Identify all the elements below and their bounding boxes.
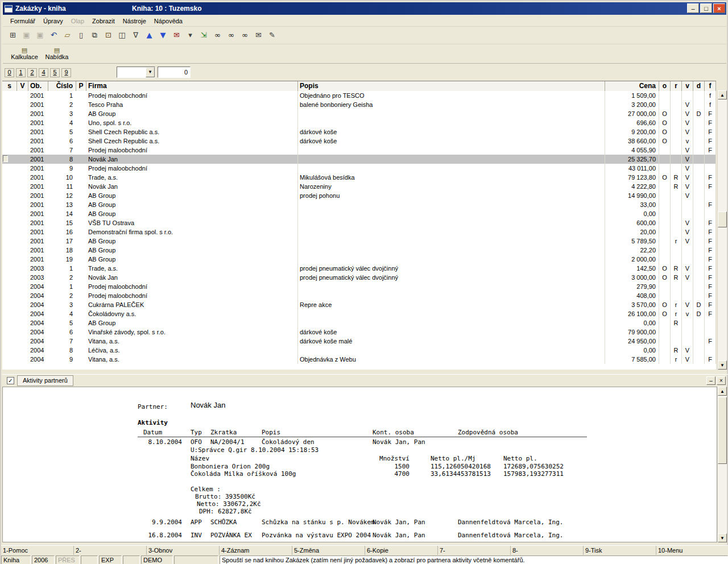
nabidka-button[interactable]: ▤ Nabídka [42,45,72,63]
table-row[interactable]: 2001 16 Demonstrační firma spol. s r.o. … [2,227,716,237]
table-row[interactable]: 2001 1 Prodej maloobchodní Objednáno pro… [2,91,716,100]
table-row[interactable]: 2004 7 Vitana, a.s. dárkové koše malé 24… [2,337,716,346]
import-icon[interactable]: ⇲ [197,29,210,42]
new-message-icon[interactable]: ✉ [170,29,183,42]
column-header[interactable]: Ob. [28,81,48,91]
table-row[interactable]: 2001 5 Shell Czech Republic a.s. dárkové… [2,127,716,136]
filter-icon[interactable]: ∇ [129,29,142,42]
close-button[interactable]: × [713,3,725,13]
minimize-button[interactable]: – [687,3,699,13]
menu-item[interactable]: Olap [67,16,88,26]
find-selected-icon[interactable]: ∞ [238,29,251,42]
table-row[interactable]: 2001 13 AB Group 33,00 F [2,200,716,209]
column-header[interactable]: Číslo [48,81,76,91]
scroll-down-icon[interactable]: ▼ [718,533,727,542]
column-header[interactable]: P [76,81,86,91]
table-row[interactable]: 2004 9 Vitana, a.s. Objednávka z Webu 7 … [2,355,716,364]
table-row[interactable]: 2001 15 VŠB TU Ostrava 600,00 V F [2,218,716,227]
column-header[interactable]: f [705,81,716,91]
digit-button[interactable]: 0 [5,68,14,77]
open-icon[interactable]: ▱ [61,29,74,42]
table-row[interactable]: 2001 19 AB Group 2 000,00 F [2,255,716,264]
scroll-up-icon[interactable]: ▲ [718,90,727,99]
table-scrollbar[interactable]: ▲ ▼ [717,90,727,370]
table-row[interactable]: 2003 1 Trade, a.s. prodej pneumatický vá… [2,264,716,273]
table-row[interactable]: 2001 2 Tesco Praha balené bonboniery Gei… [2,100,716,109]
find-next-icon[interactable]: ∞ [225,29,238,42]
menu-item[interactable]: Zobrazit [88,16,119,26]
column-header[interactable]: v [682,81,693,91]
panel-close-button[interactable]: × [717,376,726,385]
table-row[interactable]: 2004 6 Vinařské závody, spol. s r.o. dár… [2,327,716,337]
kalkulace-button[interactable]: ▤ Kalkulace [9,45,40,63]
panel-scrollbar[interactable]: ▲ ▼ [717,387,727,542]
table-row[interactable]: 2001 17 AB Group 5 789,50 r V F [2,237,716,246]
find-icon[interactable]: ∞ [211,29,224,42]
table-row[interactable]: 2004 8 Léčiva, a.s. 0,00 R V [2,346,716,355]
save-icon[interactable]: ▣ [20,29,33,42]
function-key[interactable]: 6-Kopie [365,546,438,555]
table-row[interactable]: 2001 12 AB Group prodej pohonu 14 990,00… [2,191,716,200]
aktivity-checkbox[interactable]: ✓ [7,377,14,384]
table-row[interactable]: 2004 2 Prodej maloobchodní 408,00 F [2,291,716,300]
maximize-button[interactable]: □ [700,3,712,13]
table-row[interactable]: 2001 10 Trade, a.s. Mikulášová besídka 7… [2,173,716,182]
function-key[interactable]: 7- [438,546,511,555]
table-row[interactable]: 2001 6 Shell Czech Republic a.s. dárkové… [2,136,716,146]
envelope-icon[interactable]: ✉ [252,29,265,42]
scroll-down-icon[interactable]: ▼ [718,360,727,370]
table-row[interactable]: 2001 7 Prodej maloobchodní 4 055,90 V F [2,146,716,155]
digit-button[interactable]: 4 [39,68,48,77]
table-row[interactable]: 2001 11 Novák Jan Narozeniny 4 222,80 R … [2,182,716,191]
digit-button[interactable]: 9 [61,68,71,77]
column-header[interactable]: Firma [86,81,298,91]
table-row[interactable]: 2001 3 AB Group 27 000,00 O V D F [2,109,716,118]
function-key[interactable]: 2- [74,546,147,555]
sort-down-icon[interactable]: ▼ [156,29,169,42]
table-row[interactable]: 2001 14 AB Group 0,00 [2,209,716,218]
digit-button[interactable]: 2 [27,68,37,77]
paste-icon[interactable]: ⊡ [102,29,115,42]
copy-icon[interactable]: ⧉ [88,29,101,42]
menu-item[interactable]: Nástroje [119,16,150,26]
table-row[interactable]: 2003 2 Novák Jan prodej pneumatický vále… [2,273,716,282]
menu-item[interactable]: Formulář [6,16,39,26]
digit-button[interactable]: 5 [50,68,60,77]
function-key[interactable]: 1-Pomoc [1,546,74,555]
table-row[interactable]: 2004 3 Cukrárna PALEČEK Repre akce 3 570… [2,300,716,309]
function-key[interactable]: 4-Záznam [220,546,292,555]
sort-up-icon[interactable]: ▲ [143,29,156,42]
tree-new-icon[interactable]: ⊞ [6,29,19,42]
table-row[interactable]: 2004 5 AB Group 0,00 R [2,318,716,327]
table-row[interactable]: 2001 4 Uno, spol. s r.o. 696,60 O V F [2,118,716,127]
filter-combobox[interactable]: ▾ [117,67,155,78]
menu-item[interactable]: Nápověda [150,16,187,26]
scroll-up-icon[interactable]: ▲ [718,387,727,396]
function-key[interactable]: 3-Obnov [147,546,220,555]
table-row[interactable]: 2001 9 Prodej maloobchodní 43 011,00 V [2,164,716,173]
undo-icon[interactable]: ↶ [47,29,60,42]
function-key[interactable]: 10-Menu [656,546,728,555]
edit-icon[interactable]: ✎ [266,29,279,42]
pages-icon[interactable]: ◫ [115,29,129,42]
new-message-dropdown-icon[interactable]: ▾ [184,29,197,42]
digit-button[interactable]: 1 [16,68,26,77]
column-header[interactable]: o [659,81,671,91]
dropdown-icon[interactable]: ▾ [146,67,155,77]
column-header[interactable]: d [693,81,705,91]
function-key[interactable]: 5-Změna [292,546,365,555]
table-row[interactable]: 2001 18 AB Group 22,20 F [2,246,716,255]
new-doc-icon[interactable]: ▯ [75,29,88,42]
filter-value-field[interactable] [158,67,191,78]
panel-tab[interactable]: Aktivity partnerů [17,375,73,386]
table-row[interactable]: 2004 1 Prodej maloobchodní 279,90 F [2,282,716,291]
column-header[interactable]: s [2,81,17,91]
column-header[interactable]: r [671,81,682,91]
menu-item[interactable]: Úpravy [39,16,67,26]
scrollbar-thumb[interactable] [718,397,727,464]
table-row[interactable]: 2001 8 Novák Jan 25 325,70 V [2,155,716,164]
function-key[interactable]: 8- [511,546,584,555]
function-key[interactable]: 9-Tisk [584,546,656,555]
column-header[interactable]: Popis [298,81,605,91]
table-row[interactable]: 2004 4 Čokoládovny a.s. 26 100,00 O r v … [2,309,716,318]
